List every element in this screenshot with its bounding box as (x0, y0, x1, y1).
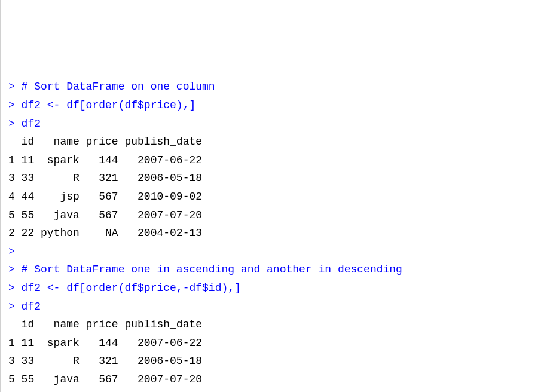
console-line: 3 33 R 321 2006-05-18 (8, 352, 537, 370)
console-line: > (8, 243, 537, 261)
console-line: > df2 <- df[order(df$price,-df$id),] (8, 279, 537, 298)
r-console[interactable]: > # Sort DataFrame on one column> df2 <-… (8, 78, 537, 392)
console-line: 3 33 R 321 2006-05-18 (8, 169, 537, 188)
console-line: > df2 (8, 115, 537, 133)
console-line: > # Sort DataFrame on one column (8, 78, 537, 96)
console-line: > # Sort DataFrame one in ascending and … (8, 261, 537, 279)
console-line: 4 44 jsp 567 2010-09-02 (8, 388, 537, 392)
console-line: 2 22 python NA 2004-02-13 (8, 224, 537, 243)
console-line: id name price publish_date (8, 316, 537, 334)
console-line: > df2 (8, 298, 537, 316)
console-line: 4 44 jsp 567 2010-09-02 (8, 188, 537, 206)
console-line: 1 11 spark 144 2007-06-22 (8, 151, 537, 170)
console-line: 5 55 java 567 2007-07-20 (8, 370, 537, 389)
console-line: > df2 <- df[order(df$price),] (8, 96, 537, 115)
console-line: 5 55 java 567 2007-07-20 (8, 206, 537, 225)
console-line: 1 11 spark 144 2007-06-22 (8, 334, 537, 353)
console-line: id name price publish_date (8, 133, 537, 151)
